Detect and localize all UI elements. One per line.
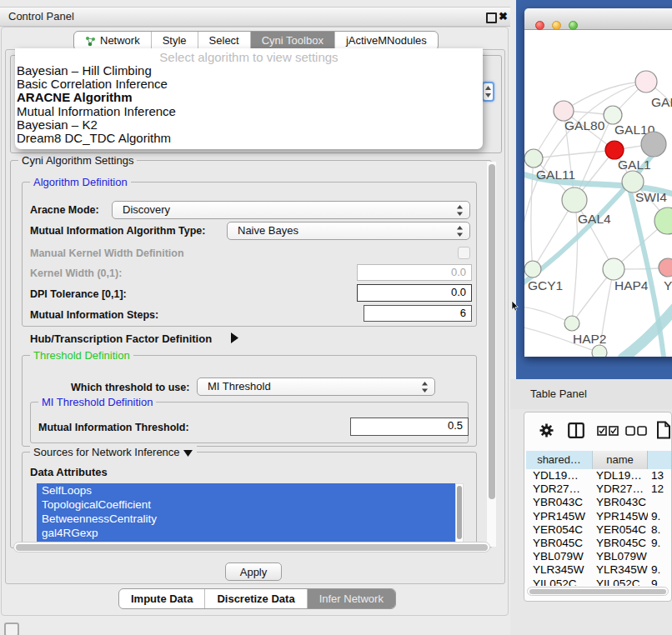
table-cell[interactable]: YBR043C	[526, 496, 593, 509]
network-node-hap4[interactable]	[603, 258, 624, 280]
tab-cyni-toolbox[interactable]: Cyni Toolbox	[250, 32, 334, 50]
table-row[interactable]: YBR045CYBR045C9.	[526, 537, 671, 550]
column-header-clipped[interactable]	[648, 451, 671, 469]
gear-icon[interactable]	[539, 422, 554, 438]
table-cell[interactable]: YBR043C	[593, 496, 648, 509]
table-row[interactable]: YDR27…YDR27…12	[526, 482, 671, 496]
table-panel-titlebar[interactable]: Table Panel	[510, 379, 672, 409]
manual-kernel-checkbox[interactable]	[458, 247, 470, 259]
table-horizontal-scrollbar[interactable]	[527, 587, 669, 596]
table-row[interactable]: YDL19…YDL19…13	[526, 469, 671, 482]
table-cell[interactable]: YER054C	[526, 523, 593, 537]
network-node-hap2[interactable]	[564, 316, 579, 331]
control-panel-titlebar[interactable]: Control Panel ✖	[0, 7, 510, 27]
attributes-scrollbar[interactable]	[455, 483, 464, 543]
table-cell[interactable]: YBR045C	[526, 537, 593, 550]
minimize-traffic-light[interactable]	[552, 21, 561, 30]
table-cell[interactable]: 12	[648, 482, 666, 496]
table-cell[interactable]: YPR145W	[526, 510, 593, 523]
apply-button[interactable]: Apply	[225, 562, 282, 581]
float-window-icon[interactable]	[486, 12, 497, 23]
document-icon[interactable]	[656, 421, 671, 439]
mi-algorithm-type-combo[interactable]: Naive Bayes	[227, 222, 470, 240]
network-node-gcy1[interactable]	[524, 261, 541, 278]
table-cell[interactable]: YIL052C	[526, 578, 593, 587]
table-row[interactable]: YER054CYER054C8.	[526, 523, 671, 537]
network-view-window[interactable]: GALGAL80GAL10GAL1GAL11SWI4GAL4GCY1HAP4YH…	[524, 8, 672, 357]
scrollbar-thumb[interactable]	[457, 486, 462, 539]
network-node[interactable]	[592, 345, 607, 357]
scrollbar-thumb[interactable]	[489, 164, 495, 499]
table-body[interactable]: YDL19…YDL19…13YDR27…YDR27…12YBR043CYBR04…	[526, 469, 671, 586]
table-cell[interactable]: 9	[648, 578, 666, 587]
algorithm-option[interactable]: Basic Correlation Inference	[15, 78, 483, 91]
scrollbar-thumb[interactable]	[529, 589, 666, 594]
algorithm-option[interactable]: Bayesian – K2	[15, 118, 483, 132]
algorithm-option[interactable]: Bayesian – Hill Climbing	[15, 64, 483, 78]
attribute-item[interactable]: gal4RGexp	[37, 526, 455, 540]
table-row[interactable]: YLR345WYLR345W9.	[526, 563, 671, 577]
network-edge[interactable]	[564, 82, 646, 111]
table-cell[interactable]: YDL19…	[593, 469, 648, 482]
table-cell[interactable]: YBR045C	[593, 537, 648, 550]
table-cell[interactable]: 13	[648, 469, 666, 482]
table-cell[interactable]: YER054C	[593, 523, 648, 537]
table-row[interactable]: YBL079WYBL079W	[526, 550, 671, 563]
algorithm-option[interactable]: Mutual Information Inference	[15, 105, 483, 118]
mi-threshold-field[interactable]: 0.5	[350, 418, 469, 436]
hub-section-label[interactable]: Hub/Transcription Factor Definition	[30, 332, 212, 345]
column-header-shared[interactable]: shared…	[526, 451, 593, 469]
table-row[interactable]: YPR145WYPR145W9.	[526, 510, 671, 523]
table-row[interactable]: YIL052CYIL052C9	[526, 578, 671, 587]
algorithm-option-aracne[interactable]: ARACNE Algorithm	[15, 91, 483, 104]
column-header-name[interactable]: name	[593, 451, 648, 469]
zoom-traffic-light[interactable]	[569, 21, 578, 30]
network-edge[interactable]	[572, 200, 577, 323]
table-cell[interactable]: 9.	[648, 537, 666, 550]
table-cell[interactable]: YDR27…	[526, 482, 593, 496]
which-threshold-combo[interactable]: MI Threshold	[197, 378, 435, 396]
table-cell[interactable]: YPR145W	[593, 510, 648, 523]
checked-boxes-icon[interactable]	[597, 426, 619, 436]
unchecked-boxes-icon[interactable]	[625, 426, 648, 436]
tab-style[interactable]: Style	[151, 32, 198, 50]
attribute-item[interactable]: BetweennessCentrality	[37, 512, 455, 526]
network-canvas[interactable]: GALGAL80GAL10GAL1GAL11SWI4GAL4GCY1HAP4YH…	[524, 30, 672, 357]
close-traffic-light[interactable]	[535, 21, 544, 30]
table-cell[interactable]: 9.	[648, 563, 666, 577]
algorithm-combo-stepper[interactable]	[482, 82, 494, 102]
tab-discretize-data[interactable]: Discretize Data	[204, 589, 306, 608]
aracne-mode-combo[interactable]: Discovery	[112, 201, 470, 219]
expand-triangle-icon[interactable]	[230, 332, 239, 344]
network-node-gal[interactable]	[635, 71, 657, 92]
network-node-gal4[interactable]	[562, 188, 587, 212]
dpi-tolerance-field[interactable]: 0.0	[357, 284, 472, 302]
tab-select[interactable]: Select	[198, 32, 250, 50]
algorithm-option[interactable]: Dream8 DC_TDC Algorithm	[15, 132, 483, 145]
settings-horizontal-scrollbar[interactable]	[13, 542, 490, 552]
network-node-gal1[interactable]	[605, 141, 624, 159]
network-node-gal11[interactable]	[524, 149, 543, 168]
table-cell[interactable]: YDL19…	[526, 469, 593, 482]
collapse-triangle-icon[interactable]	[183, 449, 193, 458]
network-node[interactable]	[641, 132, 666, 157]
table-cell[interactable]: YLR345W	[526, 563, 593, 577]
column-layout-icon[interactable]	[568, 422, 584, 438]
kernel-width-field[interactable]: 0.0	[357, 264, 472, 281]
table-cell[interactable]: YBL079W	[593, 550, 648, 563]
network-edge[interactable]	[534, 150, 614, 158]
table-cell[interactable]: YLR345W	[593, 563, 648, 577]
table-cell[interactable]: YBL079W	[526, 550, 593, 563]
close-icon[interactable]: ✖	[499, 10, 508, 22]
table-row[interactable]: YBR043CYBR043C	[526, 496, 671, 509]
table-cell[interactable]: YIL052C	[593, 578, 648, 587]
tab-jactivemnodules[interactable]: jActiveMNodules	[334, 32, 438, 50]
table-cell[interactable]: YDR27…	[593, 482, 648, 496]
tab-network[interactable]: Network	[74, 32, 151, 50]
table-cell[interactable]: 8.	[648, 523, 666, 537]
scrollbar-thumb[interactable]	[16, 544, 488, 551]
network-graph[interactable]: GALGAL80GAL10GAL1GAL11SWI4GAL4GCY1HAP4YH…	[524, 30, 672, 357]
tab-infer-network[interactable]: Infer Network	[307, 589, 395, 608]
attribute-item[interactable]: TopologicalCoefficient	[37, 498, 455, 512]
mi-steps-field[interactable]: 6	[364, 305, 472, 322]
